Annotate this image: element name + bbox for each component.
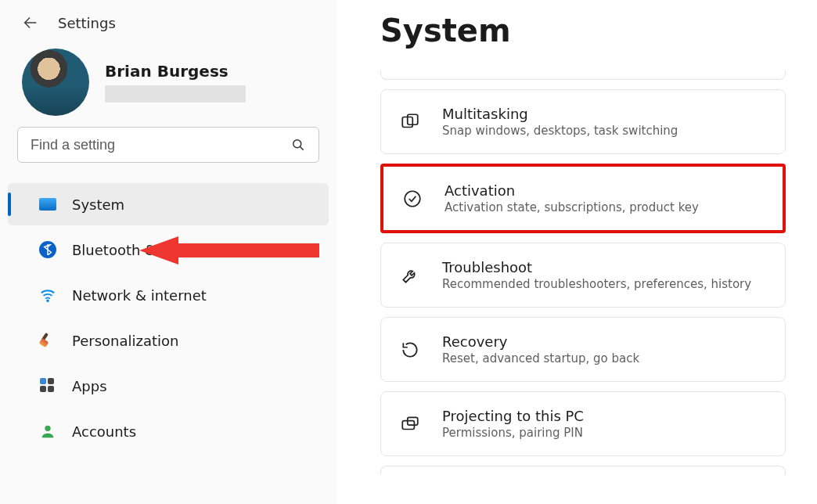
search-input[interactable] <box>31 137 290 153</box>
nav-label: System <box>72 196 124 213</box>
personalization-icon <box>39 332 56 349</box>
nav-label: Personalization <box>72 333 178 349</box>
search-icon <box>290 137 306 153</box>
search-container <box>0 127 337 177</box>
card-subtitle: Permissions, pairing PIN <box>442 426 584 440</box>
recovery-icon <box>398 338 422 362</box>
card-subtitle: Recommended troubleshooters, preferences… <box>442 277 751 291</box>
settings-title: Settings <box>58 15 116 31</box>
sidebar-header: Settings <box>0 14 337 45</box>
svg-point-2 <box>45 426 50 431</box>
page-title: System <box>380 0 786 70</box>
card-stub-bottom <box>380 466 786 475</box>
accounts-icon <box>39 423 56 440</box>
card-stub-top <box>380 70 786 80</box>
nav-label: Accounts <box>72 423 136 440</box>
nav-item-system[interactable]: System <box>8 183 329 225</box>
main-panel: System Multitasking Snap windows, deskto… <box>337 0 817 504</box>
card-activation[interactable]: Activation Activation state, subscriptio… <box>380 164 786 233</box>
nav-label: Apps <box>72 378 107 394</box>
svg-point-1 <box>47 300 49 301</box>
nav: System Bluetooth & devices Network & int… <box>0 177 337 452</box>
projecting-icon <box>398 412 422 436</box>
svg-point-0 <box>293 140 301 148</box>
apps-icon <box>39 377 56 394</box>
sidebar: Settings Brian Burgess System <box>0 0 337 504</box>
activation-icon <box>401 187 424 211</box>
nav-label: Bluetooth & devices <box>72 242 214 258</box>
card-title: Multitasking <box>442 106 678 122</box>
card-multitasking[interactable]: Multitasking Snap windows, desktops, tas… <box>380 89 786 154</box>
card-title: Troubleshoot <box>442 259 751 275</box>
profile-name: Brian Burgess <box>105 62 246 81</box>
profile-block[interactable]: Brian Burgess <box>0 45 337 127</box>
card-projecting[interactable]: Projecting to this PC Permissions, pairi… <box>380 391 786 456</box>
search-box[interactable] <box>17 127 319 163</box>
card-title: Projecting to this PC <box>442 408 584 424</box>
profile-email-placeholder <box>105 85 246 103</box>
nav-item-apps[interactable]: Apps <box>8 365 329 407</box>
troubleshoot-icon <box>398 264 422 287</box>
system-icon <box>39 196 56 213</box>
back-arrow-icon[interactable] <box>22 14 39 31</box>
nav-item-network[interactable]: Network & internet <box>8 274 329 316</box>
card-title: Recovery <box>442 333 639 350</box>
nav-item-personalization[interactable]: Personalization <box>8 319 329 362</box>
svg-point-5 <box>405 191 420 207</box>
bluetooth-icon <box>39 241 56 258</box>
card-recovery[interactable]: Recovery Reset, advanced startup, go bac… <box>380 317 786 382</box>
card-subtitle: Activation state, subscriptions, product… <box>444 200 699 214</box>
multitasking-icon <box>398 110 422 134</box>
avatar <box>22 49 89 116</box>
nav-item-accounts[interactable]: Accounts <box>8 410 329 452</box>
card-subtitle: Reset, advanced startup, go back <box>442 351 639 365</box>
card-title: Activation <box>444 182 699 199</box>
card-troubleshoot[interactable]: Troubleshoot Recommended troubleshooters… <box>380 243 786 308</box>
nav-item-bluetooth[interactable]: Bluetooth & devices <box>8 229 329 271</box>
card-list: Multitasking Snap windows, desktops, tas… <box>380 70 786 475</box>
nav-label: Network & internet <box>72 287 207 304</box>
wifi-icon <box>39 286 56 304</box>
card-subtitle: Snap windows, desktops, task switching <box>442 124 678 138</box>
